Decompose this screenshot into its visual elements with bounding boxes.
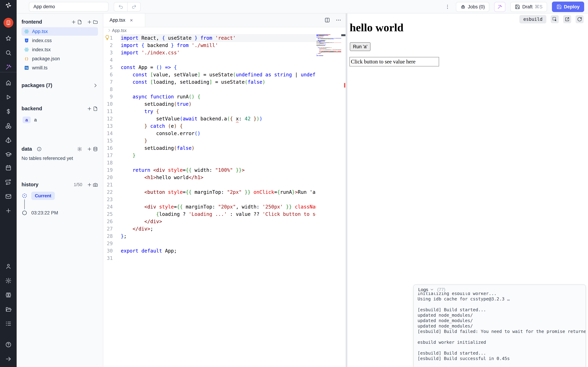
code-line-18[interactable]: 18	[103, 159, 346, 167]
code-line-31[interactable]: 31	[103, 255, 346, 262]
resources-cubes-icon[interactable]	[5, 122, 12, 129]
tab-app-tsx[interactable]: App.tsx ×	[103, 13, 145, 27]
file-item-wmill-ts[interactable]: TSwmill.ts	[22, 64, 98, 72]
code-line-16[interactable]: 16 setLoading(false)	[103, 144, 346, 152]
line-number: 12	[103, 115, 121, 123]
chevron-down-icon[interactable]	[430, 287, 434, 292]
refresh-icon[interactable]	[576, 15, 584, 23]
code-line-9[interactable]: 9 async function runA() {	[103, 93, 346, 100]
search-icon[interactable]	[5, 49, 12, 56]
home-icon[interactable]	[5, 79, 12, 86]
code-line-15[interactable]: 15 }	[103, 137, 346, 144]
code-line-13[interactable]: 13 } catch (e) {	[103, 123, 346, 130]
code-line-5[interactable]: 5const App = () => {	[103, 64, 346, 71]
code-line-12[interactable]: 12 setValue(await backend.a({ x: 42 }))	[103, 115, 346, 123]
variables-dollar-icon[interactable]	[5, 108, 12, 115]
draft-button[interactable]: Draft ⌘S	[510, 2, 547, 12]
code-line-30[interactable]: 30export default App;	[103, 247, 346, 255]
code-line-17[interactable]: 17 }	[103, 152, 346, 159]
code-line-10[interactable]: 10 setLoading(true)	[103, 100, 346, 108]
add-folder-button[interactable]	[87, 19, 98, 25]
code-line-1[interactable]: 1import React, { useState } from 'react'	[103, 34, 346, 42]
code-line-25[interactable]: 25 {loading ? 'Loading ...' : value ?? '…	[103, 211, 346, 218]
code-line-7[interactable]: 7 const [loading, setLoading] = useState…	[103, 78, 346, 86]
help-icon[interactable]	[5, 341, 12, 348]
code-line-14[interactable]: 14 console.error()	[103, 130, 346, 137]
code-line-26[interactable]: 26 </div>	[103, 218, 346, 225]
mail-icon[interactable]	[5, 193, 12, 200]
file-item-index-css[interactable]: 3index.css	[22, 36, 98, 45]
code-line-20[interactable]: 20 <h1>hello world</h1>	[103, 174, 346, 181]
line-number: 2	[103, 42, 121, 49]
undo-button[interactable]	[114, 2, 127, 11]
collapse-arrow-icon[interactable]	[5, 355, 12, 362]
code-line-24[interactable]: 24 <div style={{ marginTop: "20px", widt…	[103, 203, 346, 211]
esbuild-badge[interactable]: esbuild	[519, 15, 546, 23]
minimap[interactable]	[316, 34, 341, 57]
code-area[interactable]: 1import React, { useState } from 'react'…	[103, 33, 346, 367]
workspace-badge[interactable]	[3, 18, 13, 28]
code-line-29[interactable]: 29	[103, 240, 346, 247]
code-line-19[interactable]: 19 return <div style={{ width: "100%" }}…	[103, 167, 346, 174]
split-view-icon[interactable]	[324, 17, 331, 24]
code-line-22[interactable]: 22 <button style={{ marginTop: "2px" }} …	[103, 189, 346, 196]
code-line-11[interactable]: 11 try {	[103, 108, 346, 115]
snapshot-button[interactable]	[87, 182, 98, 187]
windmill-logo-icon[interactable]	[5, 2, 12, 9]
logs-output[interactable]: Initializing esbuild worker...Using idb …	[414, 291, 586, 361]
file-item-index-tsx[interactable]: index.tsx	[22, 45, 98, 54]
plus-icon	[87, 19, 92, 25]
jobs-button[interactable]: Jobs (0)	[456, 2, 490, 12]
code-line-21[interactable]: 21	[103, 181, 346, 189]
history-entry-timestamp[interactable]: 03:23:22 PM	[22, 209, 98, 217]
add-file-button[interactable]	[71, 19, 82, 25]
workers-icon[interactable]	[5, 292, 12, 299]
folders-icon[interactable]	[5, 306, 12, 313]
file-item-app-tsx[interactable]: App.tsx	[22, 27, 98, 36]
breadcrumb-file[interactable]: App.tsx	[112, 28, 127, 33]
settings-gear-icon[interactable]	[5, 277, 12, 284]
editor-more-icon[interactable]	[336, 17, 342, 24]
deploy-button[interactable]: Deploy	[552, 1, 584, 12]
add-script-button[interactable]	[87, 106, 98, 111]
add-table-button[interactable]	[87, 146, 98, 152]
code-line-28[interactable]: 28};	[103, 233, 346, 240]
code-line-3[interactable]: 3import './index.css'	[103, 49, 346, 57]
code-line-2[interactable]: 2import { backend } from './wmill'	[103, 42, 346, 49]
flows-route-icon[interactable]	[5, 179, 12, 186]
open-external-icon[interactable]	[563, 15, 571, 23]
ai-assistant-button[interactable]	[494, 2, 505, 12]
history-entry-current[interactable]: Current	[22, 192, 98, 200]
close-tab-icon[interactable]: ×	[130, 18, 133, 23]
pyramid-icon[interactable]	[5, 137, 12, 144]
redo-button[interactable]	[127, 2, 140, 11]
code-line-27[interactable]: 27 </div>;	[103, 225, 346, 233]
favorites-star-icon[interactable]	[5, 35, 12, 42]
lightbulb-icon[interactable]	[104, 35, 111, 41]
scrollbar-thumb[interactable]	[341, 34, 346, 36]
inspect-select-icon[interactable]	[551, 15, 559, 23]
ai-wand-icon[interactable]	[5, 64, 12, 71]
plus-icon	[87, 182, 92, 187]
packages-section-header[interactable]: packages (7)	[22, 83, 98, 88]
code-line-6[interactable]: 6 const [value, setValue] = useState(und…	[103, 71, 346, 78]
editor-preview-divider[interactable]	[346, 13, 347, 367]
logs-title: Logs	[418, 287, 428, 292]
file-name: wmill.ts	[32, 65, 48, 71]
run-a-button[interactable]: Run 'a'	[350, 42, 371, 51]
add-plus-icon[interactable]	[5, 207, 12, 214]
runs-play-icon[interactable]	[5, 94, 12, 101]
data-settings-gear-icon[interactable]	[77, 146, 82, 152]
code-line-4[interactable]: 4	[103, 57, 346, 64]
backend-script-item[interactable]: a a	[22, 116, 98, 124]
list-details-icon[interactable]	[5, 320, 12, 327]
code-line-8[interactable]: 8	[103, 86, 346, 93]
app-name-input[interactable]	[29, 2, 109, 12]
file-item-package-json[interactable]: {}package.json	[22, 55, 98, 63]
code-line-23[interactable]: 23	[103, 196, 346, 203]
user-icon[interactable]	[5, 263, 12, 270]
info-icon[interactable]	[37, 146, 42, 152]
more-menu-icon[interactable]	[444, 3, 451, 10]
schedules-calendar-icon[interactable]	[5, 164, 12, 171]
tutorials-graduation-cap-icon[interactable]	[5, 151, 12, 158]
